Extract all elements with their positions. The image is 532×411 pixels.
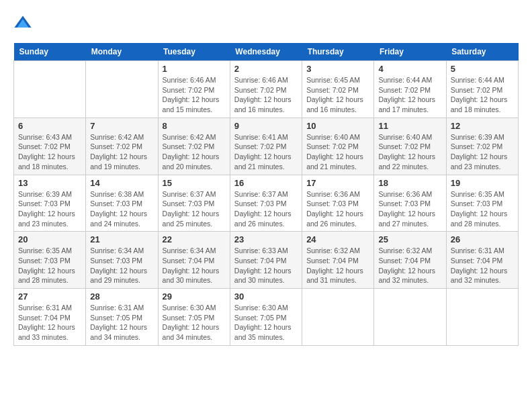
calendar-week-row: 27Sunrise: 6:31 AM Sunset: 7:04 PM Dayli…	[14, 289, 519, 346]
day-info: Sunrise: 6:40 AM Sunset: 7:02 PM Dayligh…	[306, 132, 369, 172]
day-info: Sunrise: 6:30 AM Sunset: 7:05 PM Dayligh…	[163, 303, 226, 342]
day-number: 18	[378, 178, 441, 188]
day-number: 4	[378, 64, 441, 74]
day-info: Sunrise: 6:36 AM Sunset: 7:03 PM Dayligh…	[378, 189, 441, 229]
day-header-saturday: Saturday	[446, 43, 518, 61]
calendar-cell: 11Sunrise: 6:40 AM Sunset: 7:02 PM Dayli…	[374, 118, 446, 175]
calendar-cell: 30Sunrise: 6:30 AM Sunset: 7:05 PM Dayli…	[230, 289, 302, 346]
calendar-cell: 13Sunrise: 6:39 AM Sunset: 7:03 PM Dayli…	[14, 175, 86, 232]
calendar-cell: 8Sunrise: 6:42 AM Sunset: 7:02 PM Daylig…	[158, 118, 230, 175]
day-number: 23	[234, 234, 298, 244]
day-number: 19	[451, 178, 514, 188]
calendar-table: SundayMondayTuesdayWednesdayThursdayFrid…	[13, 43, 519, 346]
calendar-cell	[374, 289, 446, 346]
day-number: 14	[90, 178, 153, 188]
calendar-week-row: 13Sunrise: 6:39 AM Sunset: 7:03 PM Dayli…	[14, 175, 519, 232]
calendar-cell: 23Sunrise: 6:33 AM Sunset: 7:04 PM Dayli…	[230, 232, 302, 289]
calendar-cell: 20Sunrise: 6:35 AM Sunset: 7:03 PM Dayli…	[14, 232, 86, 289]
day-info: Sunrise: 6:37 AM Sunset: 7:03 PM Dayligh…	[163, 189, 226, 229]
day-info: Sunrise: 6:39 AM Sunset: 7:03 PM Dayligh…	[18, 189, 81, 229]
day-number: 9	[234, 121, 298, 131]
day-number: 6	[18, 121, 81, 131]
day-number: 13	[18, 178, 81, 188]
day-info: Sunrise: 6:33 AM Sunset: 7:04 PM Dayligh…	[234, 246, 298, 285]
day-number: 7	[90, 121, 153, 131]
day-number: 27	[18, 291, 81, 302]
day-number: 26	[451, 234, 514, 244]
calendar-cell: 17Sunrise: 6:36 AM Sunset: 7:03 PM Dayli…	[302, 175, 374, 232]
day-number: 30	[234, 291, 298, 302]
day-info: Sunrise: 6:42 AM Sunset: 7:02 PM Dayligh…	[90, 132, 153, 172]
day-header-wednesday: Wednesday	[230, 43, 302, 61]
day-number: 5	[451, 64, 514, 74]
day-number: 1	[163, 64, 226, 74]
day-number: 11	[378, 121, 441, 131]
day-number: 28	[90, 291, 153, 302]
day-info: Sunrise: 6:34 AM Sunset: 7:03 PM Dayligh…	[90, 246, 153, 285]
day-number: 17	[306, 178, 369, 188]
day-info: Sunrise: 6:45 AM Sunset: 7:02 PM Dayligh…	[306, 75, 369, 115]
calendar-cell: 6Sunrise: 6:43 AM Sunset: 7:02 PM Daylig…	[14, 118, 86, 175]
day-number: 12	[451, 121, 514, 131]
page-header	[13, 13, 519, 32]
day-info: Sunrise: 6:31 AM Sunset: 7:05 PM Dayligh…	[90, 303, 153, 342]
day-number: 10	[306, 121, 369, 131]
day-info: Sunrise: 6:42 AM Sunset: 7:02 PM Dayligh…	[163, 132, 226, 172]
day-header-friday: Friday	[374, 43, 446, 61]
day-info: Sunrise: 6:32 AM Sunset: 7:04 PM Dayligh…	[378, 246, 441, 285]
calendar-cell: 12Sunrise: 6:39 AM Sunset: 7:02 PM Dayli…	[446, 118, 518, 175]
day-number: 15	[163, 178, 226, 188]
calendar-cell: 10Sunrise: 6:40 AM Sunset: 7:02 PM Dayli…	[302, 118, 374, 175]
day-info: Sunrise: 6:41 AM Sunset: 7:02 PM Dayligh…	[234, 132, 298, 172]
logo	[13, 13, 35, 32]
calendar-cell	[446, 289, 518, 346]
calendar-cell: 3Sunrise: 6:45 AM Sunset: 7:02 PM Daylig…	[302, 61, 374, 118]
day-info: Sunrise: 6:46 AM Sunset: 7:02 PM Dayligh…	[234, 75, 298, 115]
calendar-cell: 14Sunrise: 6:38 AM Sunset: 7:03 PM Dayli…	[86, 175, 158, 232]
day-number: 29	[163, 291, 226, 302]
calendar-cell: 16Sunrise: 6:37 AM Sunset: 7:03 PM Dayli…	[230, 175, 302, 232]
day-info: Sunrise: 6:35 AM Sunset: 7:03 PM Dayligh…	[18, 246, 81, 285]
calendar-cell: 21Sunrise: 6:34 AM Sunset: 7:03 PM Dayli…	[86, 232, 158, 289]
calendar-cell: 7Sunrise: 6:42 AM Sunset: 7:02 PM Daylig…	[86, 118, 158, 175]
day-info: Sunrise: 6:36 AM Sunset: 7:03 PM Dayligh…	[306, 189, 369, 229]
day-number: 8	[163, 121, 226, 131]
day-info: Sunrise: 6:44 AM Sunset: 7:02 PM Dayligh…	[451, 75, 514, 115]
calendar-cell: 26Sunrise: 6:31 AM Sunset: 7:04 PM Dayli…	[446, 232, 518, 289]
day-info: Sunrise: 6:32 AM Sunset: 7:04 PM Dayligh…	[306, 246, 369, 285]
day-number: 21	[90, 234, 153, 244]
calendar-cell: 9Sunrise: 6:41 AM Sunset: 7:02 PM Daylig…	[230, 118, 302, 175]
day-number: 16	[234, 178, 298, 188]
calendar-week-row: 20Sunrise: 6:35 AM Sunset: 7:03 PM Dayli…	[14, 232, 519, 289]
day-info: Sunrise: 6:46 AM Sunset: 7:02 PM Dayligh…	[163, 75, 226, 115]
calendar-cell	[86, 61, 158, 118]
day-header-tuesday: Tuesday	[158, 43, 230, 61]
day-info: Sunrise: 6:38 AM Sunset: 7:03 PM Dayligh…	[90, 189, 153, 229]
day-header-thursday: Thursday	[302, 43, 374, 61]
day-info: Sunrise: 6:31 AM Sunset: 7:04 PM Dayligh…	[451, 246, 514, 285]
day-info: Sunrise: 6:37 AM Sunset: 7:03 PM Dayligh…	[234, 189, 298, 229]
calendar-cell: 22Sunrise: 6:34 AM Sunset: 7:04 PM Dayli…	[158, 232, 230, 289]
day-number: 22	[163, 234, 226, 244]
calendar-cell: 18Sunrise: 6:36 AM Sunset: 7:03 PM Dayli…	[374, 175, 446, 232]
logo-icon	[13, 13, 32, 32]
day-header-sunday: Sunday	[14, 43, 86, 61]
day-number: 25	[378, 234, 441, 244]
calendar-cell: 15Sunrise: 6:37 AM Sunset: 7:03 PM Dayli…	[158, 175, 230, 232]
calendar-cell: 29Sunrise: 6:30 AM Sunset: 7:05 PM Dayli…	[158, 289, 230, 346]
calendar-cell: 28Sunrise: 6:31 AM Sunset: 7:05 PM Dayli…	[86, 289, 158, 346]
day-header-monday: Monday	[86, 43, 158, 61]
calendar-week-row: 6Sunrise: 6:43 AM Sunset: 7:02 PM Daylig…	[14, 118, 519, 175]
calendar-cell: 4Sunrise: 6:44 AM Sunset: 7:02 PM Daylig…	[374, 61, 446, 118]
calendar-week-row: 1Sunrise: 6:46 AM Sunset: 7:02 PM Daylig…	[14, 61, 519, 118]
calendar-header-row: SundayMondayTuesdayWednesdayThursdayFrid…	[14, 43, 519, 61]
day-info: Sunrise: 6:34 AM Sunset: 7:04 PM Dayligh…	[163, 246, 226, 285]
day-info: Sunrise: 6:40 AM Sunset: 7:02 PM Dayligh…	[378, 132, 441, 172]
calendar-cell	[302, 289, 374, 346]
day-info: Sunrise: 6:44 AM Sunset: 7:02 PM Dayligh…	[378, 75, 441, 115]
day-info: Sunrise: 6:31 AM Sunset: 7:04 PM Dayligh…	[18, 303, 81, 342]
calendar-cell: 24Sunrise: 6:32 AM Sunset: 7:04 PM Dayli…	[302, 232, 374, 289]
calendar-cell: 2Sunrise: 6:46 AM Sunset: 7:02 PM Daylig…	[230, 61, 302, 118]
day-number: 24	[306, 234, 369, 244]
day-number: 3	[306, 64, 369, 74]
